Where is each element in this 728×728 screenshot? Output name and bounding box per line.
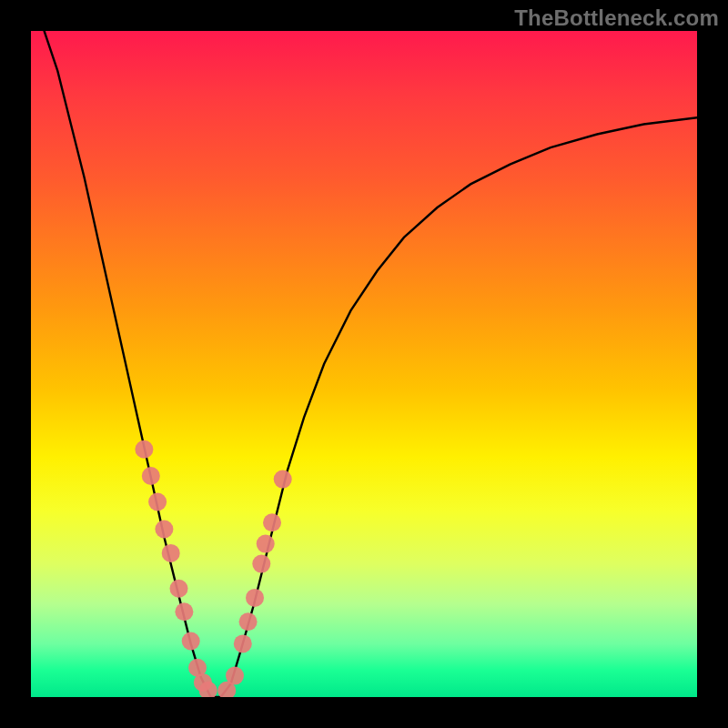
marker-dot	[135, 440, 153, 459]
marker-dot	[257, 535, 275, 553]
chart-frame: TheBottleneck.com	[0, 0, 728, 728]
marker-dot	[182, 632, 200, 651]
marker-dot	[234, 634, 252, 652]
marker-dot	[246, 589, 264, 607]
chart-svg	[31, 31, 697, 697]
marker-dot	[142, 467, 160, 485]
marker-dot	[162, 544, 180, 562]
bottleneck-curve	[45, 31, 697, 697]
marker-dot	[263, 513, 281, 531]
watermark-text: TheBottleneck.com	[514, 5, 719, 31]
marker-dot	[274, 470, 292, 489]
marker-dot	[239, 612, 258, 631]
marker-dot	[148, 493, 167, 511]
marker-dot	[170, 580, 188, 598]
marker-dot	[175, 602, 193, 621]
marker-dot	[155, 521, 173, 539]
highlighted-points	[135, 440, 291, 697]
marker-dot	[226, 667, 244, 685]
marker-dot	[252, 555, 270, 573]
plot-area	[31, 31, 697, 697]
